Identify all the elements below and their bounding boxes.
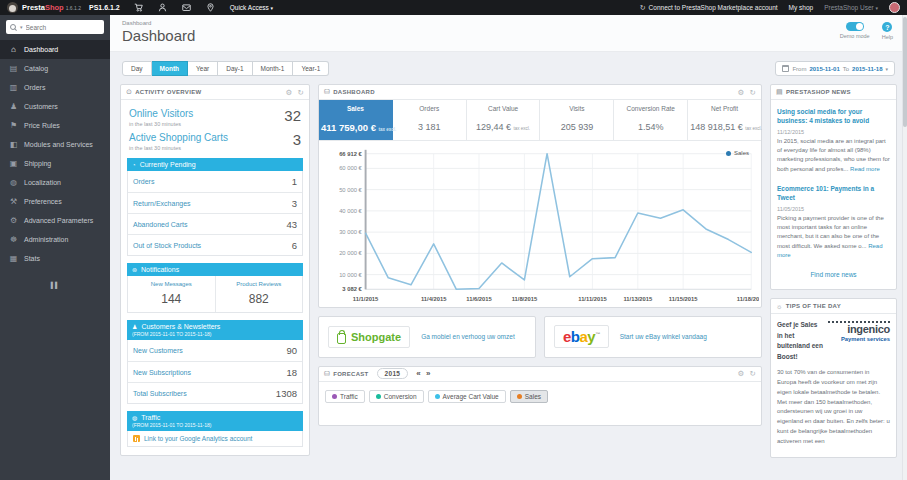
filter-day-button[interactable]: Day xyxy=(122,61,152,76)
quick-access-menu[interactable]: Quick Access ▾ xyxy=(230,4,273,11)
chart-legend: Sales xyxy=(726,150,749,156)
cart-icon: ⛁ xyxy=(324,370,330,378)
svg-text:60 000 €: 60 000 € xyxy=(339,165,362,171)
rewind-icon[interactable]: « xyxy=(416,369,421,378)
cart-icon: ⛁ xyxy=(324,88,330,96)
gear-icon[interactable]: ⚙ xyxy=(285,88,292,97)
forecast-traffic-button[interactable]: Traffic xyxy=(325,390,365,403)
kpi-visits[interactable]: Visits 205 939 xyxy=(540,100,614,140)
sidebar-item-localization[interactable]: ◍Localization xyxy=(0,173,110,192)
sidebar-item-stats[interactable]: ▦Stats xyxy=(0,249,110,268)
customer-icon[interactable] xyxy=(157,2,168,13)
sidebar-item-customers[interactable]: ♟Customers xyxy=(0,97,110,116)
refresh-icon[interactable]: ↻ xyxy=(749,369,756,378)
tips-body: ingenico Payment services Geef je Sales … xyxy=(771,314,896,457)
scrollbar-thumb[interactable] xyxy=(903,17,907,127)
main-content: Dashboard Dashboard Demo mode ? Help Day xyxy=(110,15,907,480)
kpi-orders[interactable]: Orders 3 181 xyxy=(393,100,467,140)
gear-icon[interactable]: ⚙ xyxy=(737,369,744,378)
ebay-logo: ebay™ xyxy=(554,325,609,348)
to-date: 2015-11-18 xyxy=(852,66,882,72)
sidebar-item-shipping[interactable]: ▣Shipping xyxy=(0,154,110,173)
svg-text:50 000 €: 50 000 € xyxy=(339,187,362,193)
shopgate-link[interactable]: Ga mobiel en verhoog uw omzet xyxy=(421,333,515,340)
sidebar-item-administration[interactable]: ☸Administration xyxy=(0,230,110,249)
calendar-icon xyxy=(782,65,789,72)
active-carts-link[interactable]: Active Shopping Carts xyxy=(129,132,228,143)
forward-icon[interactable]: » xyxy=(426,369,431,378)
date-range-picker[interactable]: From 2015-11-01 To 2015-11-18 ▾ xyxy=(775,61,895,76)
filter-month-button[interactable]: Month xyxy=(152,61,189,76)
out-of-stock-link[interactable]: Out of Stock Products xyxy=(133,242,201,249)
orders-link[interactable]: Orders xyxy=(133,178,154,185)
read-more-link[interactable]: Read more xyxy=(850,166,880,172)
google-analytics-row: Link to your Google Analytics account xyxy=(127,431,303,447)
find-more-news-link[interactable]: Find more news xyxy=(777,271,890,278)
chevron-down-icon: ▾ xyxy=(875,5,878,11)
filter-month-1-button[interactable]: Month-1 xyxy=(253,61,294,76)
svg-text:11/18/2015: 11/18/2015 xyxy=(737,296,759,302)
my-shop-link[interactable]: My shop xyxy=(789,4,814,11)
search-input[interactable] xyxy=(26,24,100,31)
sidebar-collapse-button[interactable]: ▌▌ xyxy=(0,282,110,288)
product-reviews-cell[interactable]: Product Reviews 882 xyxy=(215,276,303,312)
sidebar-item-catalog[interactable]: ▤Catalog xyxy=(0,59,110,78)
pin-icon[interactable] xyxy=(205,2,216,13)
sidebar-item-preferences[interactable]: ⚒Preferences xyxy=(0,192,110,211)
shopping-bag-icon xyxy=(337,333,346,344)
kpi-sales[interactable]: Sales 411 759,00 € tax excl. xyxy=(319,100,393,140)
kpi-conversion-rate[interactable]: Conversion Rate 1.54% xyxy=(614,100,688,140)
svg-text:20 000 €: 20 000 € xyxy=(339,250,362,256)
google-analytics-link[interactable]: Link to your Google Analytics account xyxy=(144,435,252,442)
refresh-icon[interactable]: ↻ xyxy=(749,88,756,97)
sidebar-nav: ⌂Dashboard ▤Catalog ▥Orders ♟Customers ⚑… xyxy=(0,40,110,268)
filter-year-1-button[interactable]: Year-1 xyxy=(293,61,329,76)
ebay-link[interactable]: Start uw eBay winkel vandaag xyxy=(620,333,707,340)
legend-dot xyxy=(726,151,731,156)
sidebar-item-orders[interactable]: ▥Orders xyxy=(0,78,110,97)
new-messages-cell[interactable]: New Messages 144 xyxy=(128,276,215,312)
refresh-icon[interactable]: ↻ xyxy=(297,88,304,97)
forecast-year-badge: 2015 xyxy=(377,368,409,379)
sidebar-item-price-rules[interactable]: ⚑Price Rules xyxy=(0,116,110,135)
abandoned-carts-link[interactable]: Abandoned Carts xyxy=(133,221,187,228)
date-range-buttons: Day Month Year Day-1 Month-1 Year-1 xyxy=(122,61,329,76)
bell-icon: ⊚ xyxy=(132,266,137,273)
svg-text:40 000 €: 40 000 € xyxy=(339,208,362,214)
news-article-title[interactable]: Using social media for your business: 4 … xyxy=(777,107,890,126)
sync-icon: ↻ xyxy=(640,4,646,12)
svg-text:66 912 €: 66 912 € xyxy=(339,151,362,157)
forecast-sales-button[interactable]: Sales xyxy=(510,390,548,403)
cart-icon[interactable] xyxy=(133,2,144,13)
kpi-net-profit[interactable]: Net Profit 148 918,51 € tax excl. xyxy=(688,100,761,140)
notifications-header: ⊚Notifications xyxy=(127,263,303,276)
kpi-cart-value[interactable]: Cart Value 129,44 € tax excl. xyxy=(467,100,541,140)
forecast-conversion-button[interactable]: Conversion xyxy=(369,390,424,403)
returns-link[interactable]: Return/Exchanges xyxy=(133,200,191,207)
forecast-avg-cart-button[interactable]: Average Cart Value xyxy=(428,390,506,403)
new-subscriptions-link[interactable]: New Subscriptions xyxy=(133,369,191,376)
gear-icon[interactable]: ⚙ xyxy=(737,88,744,97)
user-avatar[interactable] xyxy=(889,2,900,13)
svg-text:11/13/2015: 11/13/2015 xyxy=(623,296,652,302)
activity-overview-panel: ⊙ ACTIVITY OVERVIEW ⚙↻ Online Visitors i… xyxy=(120,84,310,456)
news-article-title[interactable]: Ecommerce 101: Payments in a Tweet xyxy=(777,184,890,203)
sidebar-item-dashboard[interactable]: ⌂Dashboard xyxy=(0,40,110,59)
traffic-dot xyxy=(332,394,337,399)
filter-year-button[interactable]: Year xyxy=(188,61,218,76)
marketplace-link[interactable]: ↻Connect to PrestaShop Marketplace accou… xyxy=(640,4,778,12)
breadcrumb[interactable]: Dashboard xyxy=(122,20,895,26)
new-customers-link[interactable]: New Customers xyxy=(133,347,183,354)
filter-day-1-button[interactable]: Day-1 xyxy=(218,61,252,76)
envelope-icon[interactable] xyxy=(181,2,192,13)
demo-mode-toggle[interactable] xyxy=(846,22,864,31)
page-scrollbar xyxy=(902,15,907,480)
user-menu[interactable]: PrestaShop User ▾ xyxy=(824,4,878,11)
sidebar-item-modules[interactable]: ◧Modules and Services xyxy=(0,135,110,154)
news-panel-header: ▤ PRESTASHOP NEWS xyxy=(771,85,896,100)
total-subscribers-link[interactable]: Total Subscribers xyxy=(133,390,187,397)
home-icon: ⌂ xyxy=(9,45,18,54)
help-icon[interactable]: ? xyxy=(882,22,892,32)
sidebar-item-advanced-parameters[interactable]: ⚙Advanced Parameters xyxy=(0,211,110,230)
online-visitors-link[interactable]: Online Visitors xyxy=(129,108,193,119)
